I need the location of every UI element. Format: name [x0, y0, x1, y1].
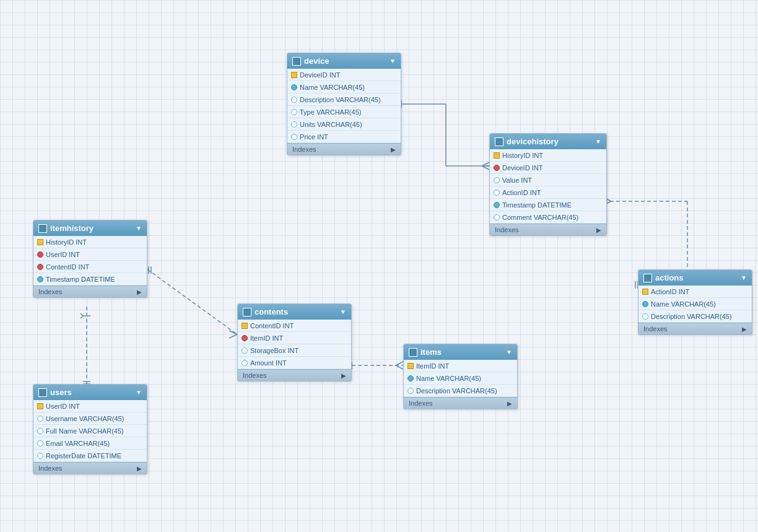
items-indexes[interactable]: Indexes ▶ [404, 397, 517, 409]
actions-field-actionid: ActionID INT [638, 286, 752, 298]
itemhistory-field-contentid-label: ContentID INT [46, 263, 89, 271]
contents-table: contents ▼ ContentID INT ItemID INT Stor… [237, 303, 352, 382]
svg-line-17 [81, 316, 83, 318]
devicehistory-field-historyid: HistoryID INT [490, 149, 606, 162]
nullable-icon [291, 109, 297, 115]
nullable-icon [642, 313, 648, 320]
devicehistory-indexes[interactable]: Indexes ▶ [490, 224, 606, 235]
device-field-name: Name VARCHAR(45) [287, 81, 401, 94]
contents-indexes-arrow: ▶ [341, 372, 346, 379]
contents-field-storagebox: StorageBox INT [238, 344, 351, 357]
pk-icon [494, 152, 500, 159]
device-dropdown-arrow[interactable]: ▼ [390, 58, 396, 64]
users-field-registerdate: RegisterDate DATETIME [33, 450, 147, 462]
devicehistory-table-body: HistoryID INT DeviceID INT Value INT Act… [490, 149, 606, 224]
devicehistory-field-timestamp-label: Timestamp DATETIME [502, 201, 572, 209]
devicehistory-table-header[interactable]: devicehistory ▼ [490, 134, 606, 149]
device-indexes-label: Indexes [292, 146, 316, 153]
nullable-icon [37, 453, 43, 459]
users-table-header[interactable]: users ▼ [33, 385, 147, 400]
itemhistory-field-userid: UserID INT [33, 248, 147, 261]
contents-table-header[interactable]: contents ▼ [238, 304, 351, 320]
devicehistory-field-historyid-label: HistoryID INT [502, 152, 543, 159]
items-indexes-label: Indexes [409, 399, 433, 407]
actions-indexes[interactable]: Indexes ▶ [638, 323, 752, 334]
itemhistory-indexes[interactable]: Indexes ▶ [33, 286, 147, 297]
itemhistory-dropdown-arrow[interactable]: ▼ [136, 225, 142, 232]
itemhistory-field-userid-label: UserID INT [46, 251, 80, 258]
items-table-name: items [420, 347, 442, 357]
svg-line-21 [147, 269, 237, 334]
contents-indexes[interactable]: Indexes ▶ [238, 369, 351, 381]
pk-icon [37, 239, 43, 245]
users-indexes[interactable]: Indexes ▶ [33, 462, 147, 474]
device-field-units-label: Units VARCHAR(45) [300, 121, 362, 128]
fk-icon [37, 251, 43, 258]
nullable-icon [37, 428, 43, 434]
pk-icon [291, 72, 297, 78]
items-dropdown-arrow[interactable]: ▼ [506, 349, 512, 355]
devicehistory-indexes-label: Indexes [495, 226, 519, 233]
svg-line-5 [482, 162, 489, 166]
device-field-price: Price INT [287, 131, 401, 143]
items-field-name-label: Name VARCHAR(45) [416, 375, 481, 382]
itemhistory-table-header[interactable]: itemhistory ▼ [33, 220, 147, 236]
actions-table-header[interactable]: actions ▼ [638, 270, 752, 286]
users-field-fullname-label: Full Name VARCHAR(45) [46, 427, 124, 435]
devicehistory-indexes-arrow: ▶ [596, 227, 601, 233]
device-table-icon [292, 57, 301, 66]
contents-dropdown-arrow[interactable]: ▼ [340, 308, 346, 315]
itemhistory-table-body: HistoryID INT UserID INT ContentID INT T… [33, 236, 147, 286]
device-field-units: Units VARCHAR(45) [287, 118, 401, 131]
field-icon [37, 276, 43, 282]
device-field-type-label: Type VARCHAR(45) [300, 108, 361, 116]
nullable-icon [242, 360, 248, 366]
itemhistory-table-icon [38, 224, 47, 233]
contents-table-icon [243, 308, 251, 316]
actions-field-name: Name VARCHAR(45) [638, 298, 752, 310]
nullable-icon [407, 388, 414, 394]
users-field-registerdate-label: RegisterDate DATETIME [46, 452, 121, 460]
field-icon [407, 375, 414, 382]
pk-icon [37, 403, 43, 409]
device-indexes-arrow: ▶ [391, 146, 396, 153]
items-table-header[interactable]: items ▼ [404, 344, 517, 360]
devicehistory-dropdown-arrow[interactable]: ▼ [595, 138, 601, 145]
contents-indexes-label: Indexes [243, 372, 267, 379]
items-field-description: Description VARCHAR(45) [404, 385, 517, 397]
contents-field-contentid: ContentID INT [238, 320, 351, 332]
field-icon [642, 301, 648, 307]
items-field-description-label: Description VARCHAR(45) [416, 387, 497, 395]
users-dropdown-arrow[interactable]: ▼ [136, 389, 142, 396]
device-field-deviceid: DeviceID INT [287, 69, 401, 81]
devicehistory-field-deviceid-label: DeviceID INT [502, 164, 542, 172]
device-field-price-label: Price INT [300, 133, 328, 141]
nullable-icon [242, 347, 248, 354]
devicehistory-field-value-label: Value INT [502, 177, 532, 184]
actions-field-description: Description VARCHAR(45) [638, 310, 752, 323]
actions-dropdown-arrow[interactable]: ▼ [741, 274, 747, 281]
itemhistory-table: itemhistory ▼ HistoryID INT UserID INT C… [33, 220, 147, 298]
devicehistory-field-actionid: ActionID INT [490, 186, 606, 199]
fk-icon [494, 165, 500, 171]
field-icon [494, 202, 500, 208]
fk-icon [37, 264, 43, 270]
nullable-icon [37, 416, 43, 422]
actions-table-icon [643, 274, 652, 282]
itemhistory-field-contentid: ContentID INT [33, 261, 147, 273]
fk-icon [242, 335, 248, 341]
actions-field-description-label: Description VARCHAR(45) [651, 313, 732, 320]
pk-icon [642, 289, 648, 295]
device-indexes[interactable]: Indexes ▶ [287, 143, 401, 155]
device-field-deviceid-label: DeviceID INT [300, 71, 340, 79]
items-field-itemid: ItemID INT [404, 360, 517, 372]
device-table-header[interactable]: device ▼ [287, 53, 401, 69]
svg-line-6 [482, 166, 489, 170]
devicehistory-field-comment: Comment VARCHAR(45) [490, 211, 606, 224]
field-icon [291, 84, 297, 90]
users-indexes-arrow: ▶ [137, 465, 142, 472]
users-field-fullname: Full Name VARCHAR(45) [33, 425, 147, 437]
device-table: device ▼ DeviceID INT Name VARCHAR(45) D… [287, 53, 401, 155]
items-table: items ▼ ItemID INT Name VARCHAR(45) Desc… [403, 344, 518, 409]
items-table-body: ItemID INT Name VARCHAR(45) Description … [404, 360, 517, 397]
